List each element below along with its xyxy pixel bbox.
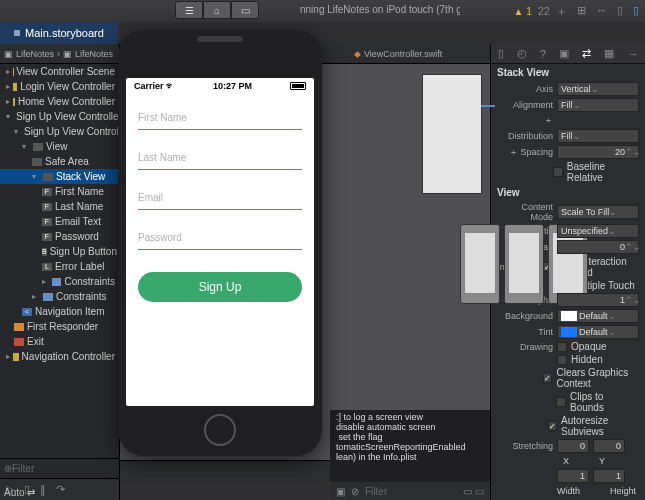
- input-stretch-w[interactable]: 1: [557, 469, 589, 483]
- history-inspector-icon[interactable]: ◴: [517, 47, 527, 60]
- continue-icon[interactable]: ‖: [40, 483, 46, 496]
- label-distribution: Distribution: [497, 131, 553, 141]
- outline-tf-last[interactable]: FLast Name: [0, 199, 119, 214]
- label-tint: Tint: [497, 327, 553, 337]
- select-alignment[interactable]: Fill⌄: [557, 98, 639, 112]
- tab-main-storyboard[interactable]: Main.storyboard: [0, 22, 118, 44]
- checkbox-cgc[interactable]: [543, 373, 552, 383]
- scene-signup-vc[interactable]: ▾Sign Up View Controller: [0, 109, 119, 124]
- segue-line: [481, 105, 495, 107]
- label-height: Height: [610, 486, 636, 496]
- connections-inspector-icon[interactable]: →: [627, 48, 638, 60]
- attributes-inspector-icon[interactable]: ⇄: [582, 47, 591, 60]
- help-inspector-icon[interactable]: ?: [540, 48, 546, 60]
- input-stretch-y[interactable]: 0: [593, 439, 625, 453]
- outline-first-responder[interactable]: First Responder: [0, 319, 119, 334]
- canvas-preview-large[interactable]: [422, 74, 482, 194]
- outline-tf-first[interactable]: FFirst Name: [0, 184, 119, 199]
- storyboard-icon: [14, 30, 20, 36]
- breadcrumb-group[interactable]: LifeNotes: [75, 49, 113, 59]
- tab-viewcontroller-swift[interactable]: ◆ ViewController.swift: [346, 49, 450, 59]
- outline-filter[interactable]: ⊕ Filter: [0, 458, 119, 478]
- select-contentmode[interactable]: Scale To Fill⌄: [557, 205, 639, 219]
- last-name-field[interactable]: [138, 146, 302, 170]
- identity-inspector-icon[interactable]: ▣: [559, 47, 569, 60]
- auto-layout-badge[interactable]: Auto ⇄: [4, 487, 35, 498]
- scene-login-vc[interactable]: ▸Login View Controller: [0, 79, 119, 94]
- outline-tf-email[interactable]: FEmail Text: [0, 214, 119, 229]
- scene-icon: [13, 353, 18, 361]
- main-toolbar: ☰ ⌂ ▭ nning LifeNotes on iPod touch (7th…: [0, 0, 645, 22]
- outline-tf-password[interactable]: FPassword: [0, 229, 119, 244]
- warning-badge[interactable]: ▲ 1: [514, 6, 532, 17]
- console-panels-icon[interactable]: ▭ ▭: [463, 486, 484, 497]
- plus-icon[interactable]: ＋: [556, 4, 567, 19]
- outline-constraints[interactable]: ▸Constraints: [0, 289, 119, 304]
- toolbar-right-icons: ＋ ⊞ ↔ ▯ ▯: [556, 4, 639, 19]
- signup-button[interactable]: Sign Up: [138, 272, 302, 302]
- outline-constraints-inner[interactable]: ▸Constraints: [0, 274, 119, 289]
- checkbox-hidden[interactable]: [557, 355, 567, 365]
- library-icon[interactable]: ⊞: [577, 4, 586, 19]
- label-drawing: Drawing: [497, 342, 553, 352]
- toolbar-btn-standard[interactable]: ☰: [175, 1, 203, 19]
- label-background: Background: [497, 311, 553, 321]
- scene-view-controller[interactable]: ▸View Controller Scene: [0, 64, 119, 79]
- select-axis[interactable]: Vertical⌄: [557, 82, 639, 96]
- checkbox-ctb[interactable]: [556, 397, 566, 407]
- outline-safearea[interactable]: Safe Area: [0, 154, 119, 169]
- home-button[interactable]: [204, 414, 236, 446]
- outline-signup-vc[interactable]: ▾Sign Up View Controller: [0, 124, 119, 139]
- ios-simulator: Carrier ᯤ 10:27 PM Sign Up: [118, 30, 322, 456]
- document-outline: ▣ LifeNotes › ▣ LifeNotes ▸View Controll…: [0, 44, 120, 500]
- select-tint[interactable]: Default⌄: [557, 325, 639, 339]
- canvas-device-2[interactable]: [504, 224, 544, 304]
- scene-home-vc[interactable]: ▸Home View Controller: [0, 94, 119, 109]
- first-name-field[interactable]: [138, 106, 302, 130]
- step-over-icon[interactable]: ↷: [56, 483, 65, 496]
- input-tag[interactable]: 0⌃⌄: [557, 240, 639, 254]
- password-field[interactable]: [138, 226, 302, 250]
- scene-nav-controller[interactable]: ▸Navigation Controller: [0, 349, 119, 364]
- file-tabs: Main.storyboard: [0, 22, 645, 44]
- file-inspector-icon[interactable]: ▯: [498, 47, 504, 60]
- input-stretch-h[interactable]: 1: [593, 469, 625, 483]
- breadcrumb-project[interactable]: LifeNotes: [16, 49, 54, 59]
- constraints-icon: [43, 293, 53, 301]
- status-bar: Carrier ᯤ 10:27 PM: [126, 78, 314, 94]
- select-background[interactable]: Default⌄: [557, 309, 639, 323]
- panel-left-icon[interactable]: ▯: [617, 4, 623, 19]
- folder-icon: ▣: [4, 49, 13, 59]
- label-contentmode: Content Mode: [497, 202, 553, 222]
- inspector-tabs: ▯ ◴ ? ▣ ⇄ ▦ →: [491, 44, 645, 64]
- checkbox-opaque[interactable]: [557, 342, 567, 352]
- size-inspector-icon[interactable]: ▦: [604, 47, 614, 60]
- outline-navitem[interactable]: <Navigation Item: [0, 304, 119, 319]
- input-alpha[interactable]: 1⌃⌄: [557, 293, 639, 307]
- select-distribution[interactable]: Fill⌄: [557, 129, 639, 143]
- input-stretch-x[interactable]: 0: [557, 439, 589, 453]
- view-icon: [33, 143, 43, 151]
- outline-exit[interactable]: Exit: [0, 334, 119, 349]
- outline-signup-btn[interactable]: BSign Up Button: [0, 244, 119, 259]
- review-icon[interactable]: ↔: [596, 4, 607, 19]
- nav-breadcrumb[interactable]: ▣ LifeNotes › ▣ LifeNotes: [0, 44, 119, 64]
- toolbar-btn-home[interactable]: ⌂: [203, 1, 231, 19]
- checkbox-ars[interactable]: [548, 421, 557, 431]
- outline-stackview[interactable]: ▾Stack View: [0, 169, 119, 184]
- select-semantic[interactable]: Unspecified⌄: [557, 224, 639, 238]
- debug-console[interactable]: :] to log a screen view disable automati…: [330, 410, 490, 482]
- checkbox-baseline[interactable]: [553, 167, 562, 177]
- input-spacing[interactable]: 20⌃⌄: [557, 145, 639, 159]
- console-trash-icon[interactable]: ⊘: [351, 486, 359, 497]
- toolbar-btn-version[interactable]: ▭: [231, 1, 259, 19]
- canvas-device-1[interactable]: [460, 224, 500, 304]
- console-filter[interactable]: Filter: [365, 486, 387, 497]
- console-output-icon[interactable]: ▣: [336, 486, 345, 497]
- outline-error-label[interactable]: LError Label: [0, 259, 119, 274]
- info-badge[interactable]: 22: [538, 5, 550, 17]
- build-status: nning LifeNotes on iPod touch (7th gener…: [300, 4, 460, 15]
- outline-view[interactable]: ▾View: [0, 139, 119, 154]
- email-field[interactable]: [138, 186, 302, 210]
- panel-right-icon[interactable]: ▯: [633, 4, 639, 19]
